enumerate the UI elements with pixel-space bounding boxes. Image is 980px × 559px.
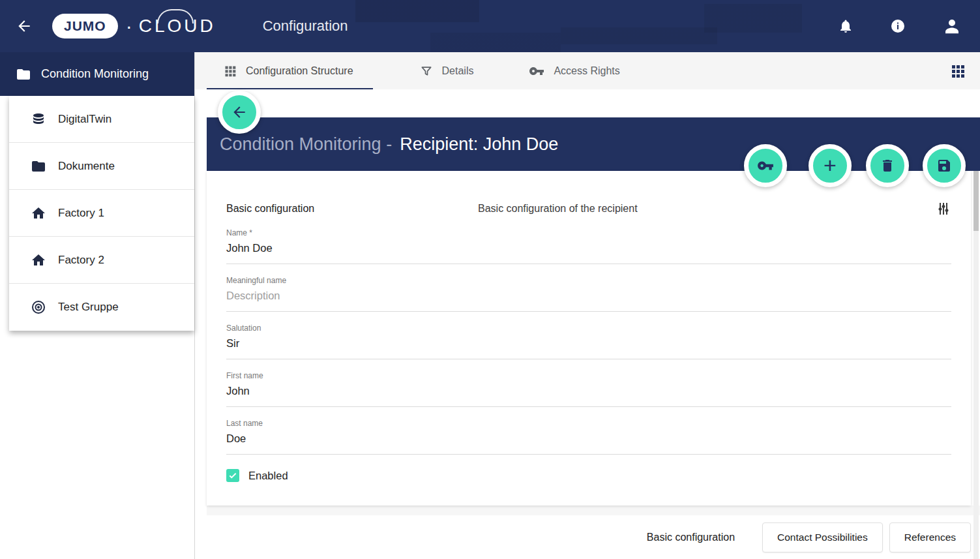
tab-details[interactable]: Details (400, 52, 494, 89)
card-footer-gap (207, 506, 980, 515)
back-fab-button[interactable] (218, 91, 261, 134)
back-arrow-icon[interactable] (16, 18, 33, 35)
record-header-prefix: Condition Monitoring - (220, 134, 392, 155)
main-area: Configuration Structure Details Access R… (195, 52, 980, 559)
footer-bar: Basic configuration Contact Possibilitie… (207, 515, 971, 559)
scrollbar-thumb[interactable] (973, 171, 979, 231)
add-fab-button[interactable]: + (809, 144, 852, 187)
enabled-checkbox-label[interactable]: Enabled (248, 470, 288, 482)
bell-icon[interactable] (838, 18, 854, 34)
tab-configuration-structure[interactable]: Configuration Structure (207, 52, 373, 89)
key-icon (529, 63, 544, 79)
tab-access-rights[interactable]: Access Rights (509, 52, 639, 89)
topbar-actions (838, 16, 962, 36)
grid-icon (224, 65, 237, 78)
field-value[interactable]: John Doe (226, 242, 951, 255)
field-label: Last name (226, 419, 951, 428)
first-name-field[interactable]: First name John (226, 371, 951, 407)
sidebar-item-label: DigitalTwin (58, 113, 111, 126)
account-icon[interactable] (942, 16, 962, 36)
enabled-checkbox-row[interactable]: Enabled (226, 469, 951, 482)
form-fields: Name * John Doe Meaningful name Descript… (226, 228, 951, 455)
save-icon (936, 158, 952, 174)
field-value[interactable]: Doe (226, 432, 951, 446)
tune-icon[interactable] (936, 201, 951, 217)
record-header-title: Recipient: John Doe (400, 134, 558, 155)
filter-icon (420, 65, 433, 78)
contact-possibilities-button[interactable]: Contact Possibilities (762, 522, 883, 552)
tab-label: Details (442, 65, 474, 77)
field-label: Meaningful name (226, 276, 951, 285)
top-bar: JUMO · CLOUD Configuration (0, 0, 980, 52)
sidebar-item-factory-2[interactable]: Factory 2 (9, 237, 194, 284)
references-button[interactable]: References (889, 522, 971, 552)
sidebar-list: DigitalTwin Dokumente Factory 1 Factory … (9, 96, 194, 331)
section-subtitle: Basic configuration of the recipient (478, 203, 936, 215)
sidebar-item-dokumente[interactable]: Dokumente (9, 143, 194, 190)
meaningful-name-field[interactable]: Meaningful name Description (226, 276, 951, 312)
last-name-field[interactable]: Last name Doe (226, 419, 951, 455)
field-placeholder[interactable]: Description (226, 290, 951, 303)
salutation-field[interactable]: Salutation Sir (226, 324, 951, 359)
sidebar-item-condition-monitoring[interactable]: Condition Monitoring (0, 52, 194, 96)
cloud-logo-text: CLOUD (139, 16, 216, 37)
footer-section-label: Basic configuration (647, 532, 735, 543)
folder-icon (31, 159, 46, 174)
tab-label: Access Rights (554, 65, 619, 77)
app-window: JUMO · CLOUD Configuration Condition Mon… (0, 0, 980, 559)
sidebar-item-label: Test Gruppe (58, 301, 119, 314)
sidebar-item-digitaltwin[interactable]: DigitalTwin (9, 96, 194, 143)
section-title: Basic configuration (226, 203, 478, 215)
sidebar-item-test-gruppe[interactable]: Test Gruppe (9, 284, 194, 331)
sidebar-header-label: Condition Monitoring (41, 67, 149, 81)
delete-fab-button[interactable] (866, 144, 909, 187)
sidebar-item-factory-1[interactable]: Factory 1 (9, 190, 194, 237)
target-icon (31, 299, 46, 315)
vertical-scrollbar[interactable] (973, 171, 979, 559)
brand-separator: · (126, 15, 132, 37)
record-header-band: Condition Monitoring - Recipient: John D… (207, 117, 980, 171)
sidebar-item-label: Factory 2 (58, 254, 104, 267)
jumo-logo-text: JUMO (52, 14, 118, 38)
field-label: Name * (226, 228, 951, 237)
plus-icon: + (824, 154, 837, 176)
field-value[interactable]: John (226, 385, 951, 398)
section-header-row: Basic configuration Basic configuration … (226, 201, 951, 217)
basic-configuration-card: Basic configuration Basic configuration … (207, 171, 971, 506)
apps-grid-icon[interactable] (950, 63, 966, 79)
name-field[interactable]: Name * John Doe (226, 228, 951, 264)
enabled-checkbox[interactable] (226, 469, 239, 482)
tab-bar: Configuration Structure Details Access R… (195, 52, 980, 89)
page-title: Configuration (263, 18, 348, 35)
arrow-left-icon (231, 104, 248, 121)
field-label: Salutation (226, 324, 951, 333)
sidebar-item-label: Factory 1 (58, 207, 104, 220)
digital-twin-icon (31, 112, 46, 127)
content-scroll-area: Condition Monitoring - Recipient: John D… (195, 89, 980, 559)
trash-icon (880, 158, 895, 174)
folder-icon (16, 67, 31, 82)
home-icon (31, 252, 46, 268)
home-icon (31, 205, 46, 221)
info-icon[interactable] (890, 18, 906, 34)
field-label: First name (226, 371, 951, 380)
jumo-cloud-logo[interactable]: JUMO · CLOUD (52, 14, 216, 38)
access-rights-fab-button[interactable] (744, 144, 787, 187)
key-icon (757, 157, 774, 174)
sidebar-item-label: Dokumente (58, 160, 115, 173)
tab-label: Configuration Structure (246, 65, 353, 77)
sidebar: Condition Monitoring DigitalTwin Dokumen… (0, 52, 195, 559)
save-fab-button[interactable] (923, 144, 966, 187)
field-value[interactable]: Sir (226, 337, 951, 350)
